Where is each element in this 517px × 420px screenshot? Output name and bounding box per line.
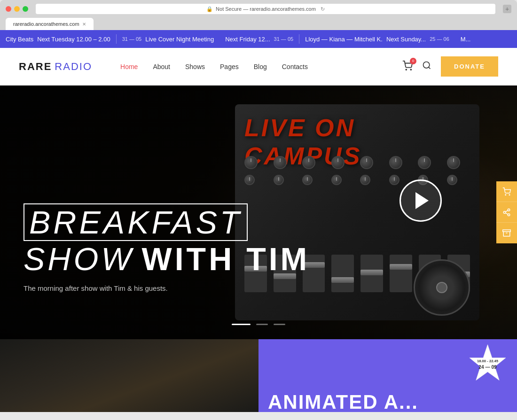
- knobs-grid: [240, 151, 475, 190]
- svg-text:24 — 09: 24 — 09: [478, 365, 497, 370]
- knob: [447, 156, 460, 169]
- hero-title-line1: BREAKFAST: [24, 203, 248, 241]
- knob: [331, 175, 342, 185]
- hero-section: LIVE ON CAMPUS: [0, 86, 517, 339]
- logo-main: RARE: [19, 61, 52, 73]
- knob: [360, 175, 370, 185]
- fader-track: [390, 255, 412, 292]
- hero-content: BREAKFAST SHOW WITH TIM The morning afte…: [24, 203, 310, 292]
- play-icon: [415, 192, 429, 209]
- side-archive-icon: [502, 229, 511, 237]
- ticker-item-1: City Beats Next Tuesday 12.00 – 2.00: [0, 36, 116, 43]
- cart-icon-wrap[interactable]: 0: [402, 61, 413, 73]
- nav-home[interactable]: Home: [120, 63, 138, 70]
- knob: [331, 156, 345, 169]
- minimize-button[interactable]: [14, 6, 20, 12]
- new-tab-button[interactable]: +: [503, 5, 511, 13]
- slide-indicator-1[interactable]: [232, 324, 251, 325]
- navigation: RARE RADIO Home About Shows Pages Blog C…: [0, 48, 517, 86]
- cart-badge: 0: [410, 58, 416, 64]
- ticker-item-3: Next Friday 12... 31 — 05: [219, 36, 299, 43]
- knob: [389, 156, 402, 169]
- ticker-label-2: Live Cover Night Meeting: [145, 36, 214, 43]
- knob: [302, 175, 313, 185]
- hero-title-line2: SHOW WITH TIM: [24, 243, 310, 275]
- fader-track: [331, 255, 354, 292]
- address-bar[interactable]: 🔒 Not Secure — rareradio.ancorathemes.co…: [36, 4, 495, 14]
- preview-left[interactable]: [0, 339, 258, 412]
- maximize-button[interactable]: [23, 6, 28, 12]
- reload-icon[interactable]: ↻: [321, 6, 325, 12]
- svg-line-3: [429, 67, 431, 69]
- nav-shows[interactable]: Shows: [185, 63, 205, 70]
- tab-label: rareradio.ancorathemes.com: [13, 21, 79, 27]
- search-icon: [422, 61, 431, 70]
- svg-point-2: [423, 62, 430, 68]
- nav-links: Home About Shows Pages Blog Contacts: [120, 63, 402, 70]
- ticker-item-2: 31 — 05 Live Cover Night Meeting: [117, 36, 220, 43]
- ticker-label-4: Lloyd — Kiana — Mitchell K.: [305, 36, 383, 43]
- preview-right[interactable]: ANIMATED A... 18.00 - 22.45 24 — 09: [258, 339, 517, 412]
- side-share-icon: [502, 208, 511, 217]
- logo[interactable]: RARE RADIO: [19, 61, 92, 73]
- ticker-bar: City Beats Next Tuesday 12.00 – 2.00 31 …: [0, 30, 517, 48]
- side-button-cart[interactable]: [496, 181, 517, 202]
- browser-controls: 🔒 Not Secure — rareradio.ancorathemes.co…: [6, 4, 511, 14]
- address-text: Not Secure — rareradio.ancorathemes.com: [216, 6, 316, 12]
- svg-line-10: [505, 210, 508, 211]
- fader-handle: [360, 270, 383, 275]
- fader-handle: [390, 264, 412, 270]
- price-badge: 18.00 - 22.45 24 — 09: [468, 344, 508, 384]
- ticker-time-1: Next Tuesday 12.00 – 2.00: [37, 36, 110, 43]
- svg-point-5: [509, 194, 510, 195]
- knob: [274, 156, 287, 169]
- side-cart-icon: [502, 187, 511, 196]
- ticker-date-4: 25 — 06: [430, 36, 449, 42]
- hero-title-bold: WITH TIM: [142, 243, 310, 275]
- nav-about[interactable]: About: [153, 63, 170, 70]
- svg-point-8: [508, 214, 510, 216]
- search-icon-wrap[interactable]: [422, 61, 431, 72]
- close-button[interactable]: [6, 6, 11, 12]
- browser-tab[interactable]: rareradio.ancorathemes.com ✕: [6, 18, 94, 30]
- ticker-time-3: Next Friday 12...: [225, 36, 270, 43]
- bottom-preview: ANIMATED A... 18.00 - 22.45 24 — 09: [0, 339, 517, 412]
- ticker-label-5: M...: [461, 36, 471, 43]
- ticker-time-4: Next Sunday...: [386, 36, 426, 43]
- knob: [244, 156, 258, 169]
- svg-text:18.00 - 22.45: 18.00 - 22.45: [477, 359, 499, 363]
- hero-title-light: SHOW: [24, 243, 134, 275]
- svg-line-9: [505, 213, 508, 214]
- svg-point-0: [406, 69, 407, 70]
- website: City Beats Next Tuesday 12.00 – 2.00 31 …: [0, 30, 517, 412]
- preview-right-title: ANIMATED A...: [268, 392, 418, 412]
- slide-indicator-2[interactable]: [256, 324, 268, 325]
- knob: [447, 175, 457, 185]
- nav-contacts[interactable]: Contacts: [282, 63, 308, 70]
- ticker-date-2: 31 — 05: [122, 36, 142, 42]
- side-button-share[interactable]: [496, 202, 517, 223]
- lock-icon: 🔒: [206, 6, 213, 12]
- nav-blog[interactable]: Blog: [254, 63, 267, 70]
- donate-button[interactable]: DONATE: [441, 56, 498, 77]
- slide-indicators: [232, 324, 285, 325]
- fader-track: [360, 255, 383, 292]
- svg-point-4: [505, 194, 506, 195]
- svg-point-1: [410, 69, 411, 70]
- play-button[interactable]: [400, 179, 442, 222]
- turntable: [414, 259, 470, 316]
- ticker-date-3: 31 — 05: [274, 36, 294, 42]
- slide-indicator-3[interactable]: [274, 324, 285, 325]
- knob: [302, 156, 315, 169]
- knob: [389, 175, 400, 185]
- tab-close-icon[interactable]: ✕: [82, 22, 86, 27]
- side-button-archive[interactable]: [496, 223, 517, 243]
- tab-bar: rareradio.ancorathemes.com ✕: [6, 17, 511, 30]
- nav-pages[interactable]: Pages: [220, 63, 239, 70]
- knob: [360, 156, 373, 169]
- knob: [244, 175, 255, 185]
- ticker-item-5: M...: [455, 36, 477, 43]
- ticker-label-1: City Beats: [6, 36, 33, 43]
- fader-handle: [331, 277, 354, 283]
- knob: [418, 156, 431, 169]
